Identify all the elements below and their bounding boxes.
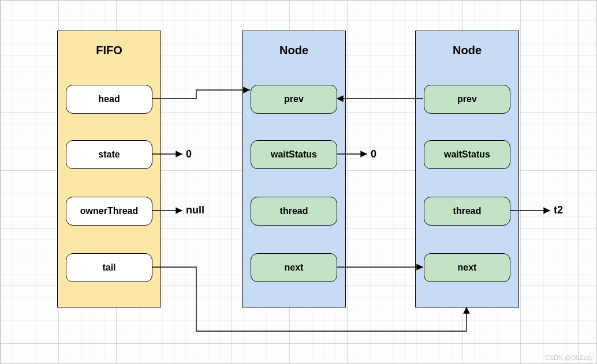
arrow-head-to-node1 bbox=[152, 90, 250, 99]
node2-box: Node prev waitStatus thread next bbox=[415, 31, 519, 307]
node1-field-prev: prev bbox=[251, 85, 337, 114]
fifo-state-value: 0 bbox=[186, 148, 192, 160]
fifo-field-tail: tail bbox=[66, 253, 152, 282]
diagram-canvas: FIFO head state ownerThread tail 0 null … bbox=[0, 0, 597, 364]
node1-field-next: next bbox=[251, 253, 337, 282]
node1-field-waitstatus: waitStatus bbox=[251, 140, 337, 169]
fifo-field-state: state bbox=[66, 140, 152, 169]
node1-waitstatus-value: 0 bbox=[371, 148, 376, 160]
node2-field-prev: prev bbox=[424, 85, 510, 114]
node2-field-thread: thread bbox=[424, 197, 510, 226]
node2-field-waitstatus: waitStatus bbox=[424, 140, 510, 169]
fifo-title: FIFO bbox=[58, 44, 161, 57]
node2-title: Node bbox=[416, 44, 518, 57]
node1-box: Node prev waitStatus thread next bbox=[242, 31, 346, 307]
fifo-field-head: head bbox=[66, 85, 152, 114]
fifo-field-ownerthread: ownerThread bbox=[66, 197, 152, 226]
node2-thread-value: t2 bbox=[554, 204, 563, 216]
node1-field-thread: thread bbox=[251, 197, 337, 226]
fifo-box: FIFO head state ownerThread tail bbox=[57, 31, 161, 307]
node2-field-next: next bbox=[424, 253, 510, 282]
fifo-ownerthread-value: null bbox=[186, 204, 204, 216]
watermark-text: CSDN @ObZzzy bbox=[545, 354, 593, 361]
node1-title: Node bbox=[242, 44, 345, 57]
